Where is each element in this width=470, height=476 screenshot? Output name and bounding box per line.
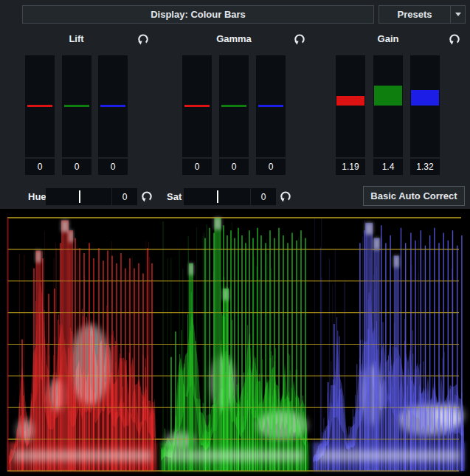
presets-button[interactable]: Presets [379, 5, 466, 24]
lift-green-slider-handle[interactable] [64, 105, 89, 107]
hue-slider-thumb[interactable] [79, 190, 80, 203]
gamma-green-value: 0 [219, 159, 249, 175]
presets-dropdown-button[interactable] [451, 13, 465, 16]
gain-red-slider-handle[interactable] [336, 96, 364, 106]
gain-red-slider[interactable] [336, 55, 365, 157]
rgb-parade-waveform-scope [0, 209, 470, 476]
gamma-blue-slider-handle[interactable] [258, 105, 283, 107]
gain-blue-slider-handle[interactable] [411, 90, 439, 106]
lift-reset-button[interactable] [136, 32, 151, 46]
basic-auto-correct-button[interactable]: Basic Auto Correct [363, 186, 465, 206]
lift-red-value: 0 [25, 159, 55, 175]
lift-section-label: Lift [25, 33, 128, 45]
gamma-blue-slider[interactable] [256, 55, 286, 157]
gamma-red-slider[interactable] [182, 55, 212, 157]
sat-slider-thumb[interactable] [217, 190, 218, 203]
reset-circular-arrow-icon [292, 32, 307, 46]
colour-correction-window: Display: Colour Bars Presets Lift Gamma … [0, 0, 470, 476]
lift-green-slider[interactable] [62, 55, 91, 157]
display-mode-button[interactable]: Display: Colour Bars [22, 5, 374, 24]
gamma-green-slider-handle[interactable] [221, 105, 246, 107]
gain-blue-value: 1.32 [410, 159, 440, 175]
lift-blue-slider[interactable] [98, 55, 128, 157]
sat-slider[interactable] [184, 188, 250, 205]
gain-reset-button[interactable] [447, 32, 462, 46]
gain-green-slider[interactable] [373, 55, 403, 157]
basic-auto-correct-label: Basic Auto Correct [370, 190, 457, 201]
gamma-red-value: 0 [182, 159, 212, 175]
lift-red-slider[interactable] [25, 55, 55, 157]
gamma-reset-button[interactable] [292, 32, 307, 46]
reset-circular-arrow-icon [136, 32, 151, 46]
gamma-blue-value: 0 [256, 159, 286, 175]
reset-circular-arrow-icon [139, 189, 154, 204]
lift-red-slider-handle[interactable] [27, 105, 52, 107]
hue-label: Hue [28, 191, 46, 202]
hue-reset-button[interactable] [139, 189, 154, 204]
gain-red-value: 1.19 [336, 159, 365, 175]
gain-green-value: 1.4 [373, 159, 403, 175]
presets-label: Presets [379, 9, 450, 20]
gamma-green-slider[interactable] [219, 55, 249, 157]
lift-green-value: 0 [62, 159, 91, 175]
display-mode-label: Display: Colour Bars [151, 9, 246, 20]
controls-panel: Display: Colour Bars Presets Lift Gamma … [0, 0, 470, 209]
gain-green-slider-handle[interactable] [374, 86, 402, 106]
reset-circular-arrow-icon [447, 32, 462, 46]
gain-blue-slider[interactable] [410, 55, 440, 157]
hue-slider[interactable] [46, 188, 111, 205]
sat-label: Sat [167, 191, 182, 202]
gamma-section-label: Gamma [182, 33, 286, 45]
reset-circular-arrow-icon [278, 189, 293, 204]
lift-blue-value: 0 [98, 159, 128, 175]
sat-reset-button[interactable] [278, 189, 293, 204]
gain-section-label: Gain [336, 33, 440, 45]
gamma-red-slider-handle[interactable] [184, 105, 210, 107]
chevron-down-icon [455, 13, 461, 16]
lift-blue-slider-handle[interactable] [100, 105, 125, 107]
sat-value: 0 [251, 188, 276, 205]
hue-value: 0 [112, 188, 137, 205]
